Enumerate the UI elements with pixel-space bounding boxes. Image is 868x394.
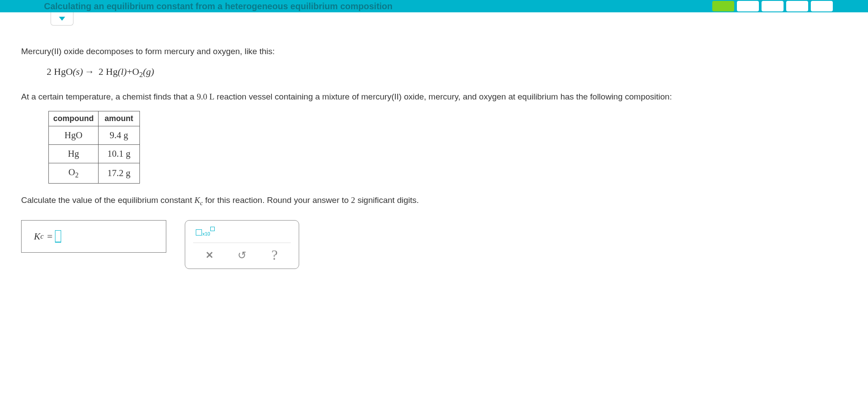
prompt-pre: Calculate the value of the equilibrium c… (21, 195, 194, 205)
help-button[interactable]: ? (267, 247, 282, 263)
status-box (786, 1, 808, 11)
page-title: Calculating an equilibrium constant from… (44, 1, 392, 11)
clear-button[interactable]: ✕ (201, 247, 217, 263)
state: (g) (143, 66, 154, 77)
arrow-icon: → (85, 66, 95, 77)
compound-cell: HgO (49, 126, 99, 145)
table-row: Hg10.1 g (49, 145, 140, 163)
tool-row-actions: ✕ ↺ ? (193, 243, 291, 263)
header-bar: Calculating an equilibrium constant from… (0, 0, 868, 12)
species: Hg (106, 66, 118, 77)
answer-box: Kc = (21, 220, 166, 253)
table-header-compound: compound (49, 111, 99, 126)
prompt-text: Calculate the value of the equilibrium c… (21, 194, 847, 208)
equals: = (47, 231, 52, 242)
coef: 2 (99, 66, 103, 77)
toolbox: x10 ✕ ↺ ? (185, 220, 299, 269)
prompt-end: significant digits. (355, 195, 419, 205)
intro-text: Mercury(II) oxide decomposes to form mer… (21, 45, 847, 58)
x10-label: x10 (202, 231, 210, 236)
tool-row-format: x10 (193, 225, 291, 243)
status-box (762, 1, 784, 11)
composition-table: compound amount HgO9.4 gHg10.1 gO217.2 g (48, 111, 140, 183)
table-row: HgO9.4 g (49, 126, 140, 145)
table-row: O217.2 g (49, 163, 140, 183)
exponent-box-icon (210, 227, 215, 231)
kc-var: K (194, 195, 200, 205)
plus: + (127, 66, 132, 77)
species: HgO (54, 66, 73, 77)
question-icon: ? (271, 247, 278, 263)
answer-sub: c (40, 232, 44, 241)
kc-input[interactable] (55, 230, 61, 243)
chevron-down-icon (59, 17, 65, 21)
answer-var: K (34, 231, 40, 242)
status-box (811, 1, 833, 11)
amount-cell: 10.1 g (99, 145, 140, 163)
undo-button[interactable]: ↺ (234, 247, 250, 263)
close-icon: ✕ (205, 250, 213, 261)
sig-digits: 2 (351, 195, 355, 205)
status-box (712, 1, 734, 11)
problem-content: Mercury(II) oxide decomposes to form mer… (0, 12, 868, 282)
header-status-boxes (712, 1, 833, 11)
context-post: reaction vessel containing a mixture of … (214, 92, 672, 101)
scientific-notation-button[interactable]: x10 (196, 227, 215, 236)
context-pre: At a certain temperature, a chemist find… (21, 92, 197, 101)
context-text: At a certain temperature, a chemist find… (21, 91, 847, 103)
volume-value: 9.0 L (197, 92, 214, 101)
state: (l) (117, 66, 127, 77)
mantissa-box-icon (196, 229, 202, 236)
undo-icon: ↺ (238, 249, 246, 261)
species: O (132, 66, 139, 77)
chemical-equation: 2 HgO(s)→ 2 Hg(l)+O2(g) (47, 66, 847, 79)
amount-cell: 17.2 g (99, 163, 140, 183)
state: (s) (73, 66, 83, 77)
compound-cell: Hg (49, 145, 99, 163)
prompt-post: for this reaction. Round your answer to (203, 195, 351, 205)
amount-cell: 9.4 g (99, 126, 140, 145)
coef: 2 (47, 66, 51, 77)
compound-cell: O2 (49, 163, 99, 183)
expand-dropdown[interactable] (51, 12, 73, 26)
answer-row: Kc = x10 ✕ ↺ ? (21, 220, 847, 269)
status-box (737, 1, 759, 11)
table-header-amount: amount (99, 111, 140, 126)
subscript: 2 (139, 70, 143, 79)
